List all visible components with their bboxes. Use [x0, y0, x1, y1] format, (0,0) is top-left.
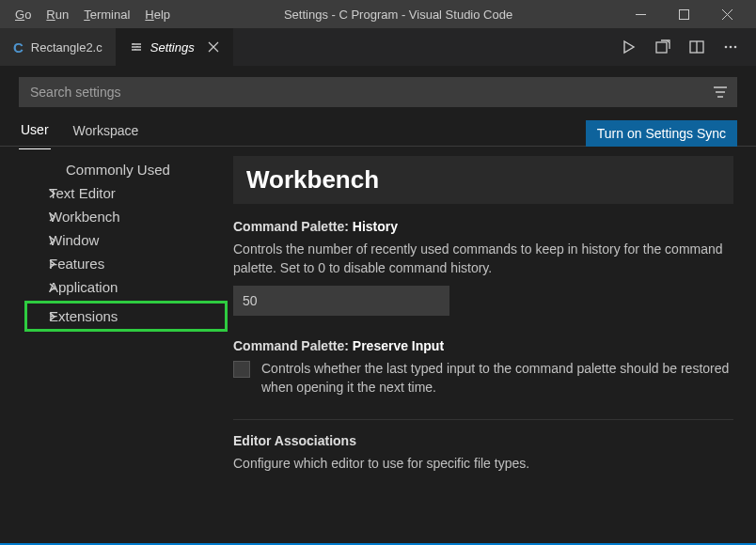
settings-icon [130, 40, 143, 54]
preserve-input-checkbox[interactable] [233, 361, 250, 378]
chevron-right-icon [47, 235, 58, 246]
chevron-right-icon [47, 311, 58, 322]
scope-user[interactable]: User [19, 117, 51, 149]
svg-point-4 [725, 46, 728, 49]
tab-file[interactable]: C Rectangle2.c [0, 28, 117, 66]
settings-content: Workbench Command Palette: History Contr… [226, 147, 756, 543]
toc-commonly-used[interactable]: Commonly Used [0, 158, 226, 181]
setting-editor-associations: Editor Associations Configure which edit… [233, 433, 733, 473]
split-editor-icon[interactable] [688, 39, 705, 55]
tabbar: C Rectangle2.c Settings [0, 28, 756, 66]
chevron-right-icon [47, 188, 58, 199]
minimize-button[interactable] [619, 0, 662, 28]
chevron-right-icon [47, 211, 58, 223]
setting-command-palette-history: Command Palette: History Controls the nu… [233, 219, 733, 316]
settings-sync-button[interactable]: Turn on Settings Sync [586, 120, 737, 147]
chevron-right-icon [47, 258, 58, 270]
filter-icon[interactable] [713, 86, 728, 99]
setting-desc: Controls the number of recently used com… [233, 240, 733, 278]
toc-window[interactable]: Window [0, 228, 226, 252]
tab-settings[interactable]: Settings [117, 28, 233, 66]
toc-features[interactable]: Features [0, 252, 226, 275]
titlebar: Go Run Terminal Help Settings - C Progra… [0, 0, 756, 28]
more-actions-icon[interactable] [722, 39, 739, 55]
separator [233, 419, 733, 420]
scope-workspace[interactable]: Workspace [71, 117, 141, 149]
run-icon[interactable] [621, 39, 638, 55]
setting-desc: Configure which editor to use for specif… [233, 454, 733, 473]
c-file-icon: C [13, 39, 24, 55]
menu-terminal[interactable]: Terminal [76, 8, 137, 22]
settings-toc: Commonly Used Text Editor Workbench Wind… [0, 147, 226, 543]
tab-close-icon[interactable] [208, 41, 219, 53]
svg-point-6 [734, 46, 737, 49]
tab-settings-label: Settings [150, 40, 195, 54]
section-header: Workbench [233, 156, 733, 204]
svg-rect-0 [679, 9, 688, 19]
search-settings-box[interactable] [19, 77, 737, 107]
toc-workbench[interactable]: Workbench [0, 205, 226, 228]
open-settings-json-icon[interactable] [654, 39, 671, 55]
svg-rect-1 [656, 42, 667, 53]
menu-run[interactable]: Run [39, 8, 76, 22]
svg-point-5 [730, 46, 732, 49]
maximize-button[interactable] [662, 0, 705, 28]
tab-file-label: Rectangle2.c [31, 40, 102, 54]
toc-text-editor[interactable]: Text Editor [0, 181, 226, 205]
setting-desc: Controls whether the last typed input to… [261, 359, 733, 397]
toc-extensions[interactable]: Extensions [26, 303, 226, 330]
toc-application[interactable]: Application [0, 275, 226, 299]
setting-command-palette-preserve-input: Command Palette: Preserve Input Controls… [233, 338, 733, 397]
search-input[interactable] [28, 84, 713, 101]
history-input[interactable] [233, 286, 449, 316]
close-button[interactable] [705, 0, 748, 28]
window-title: Settings - C Program - Visual Studio Cod… [178, 8, 619, 22]
menu-help[interactable]: Help [137, 8, 178, 22]
chevron-right-icon [47, 282, 58, 293]
menu-go[interactable]: Go [8, 8, 39, 22]
